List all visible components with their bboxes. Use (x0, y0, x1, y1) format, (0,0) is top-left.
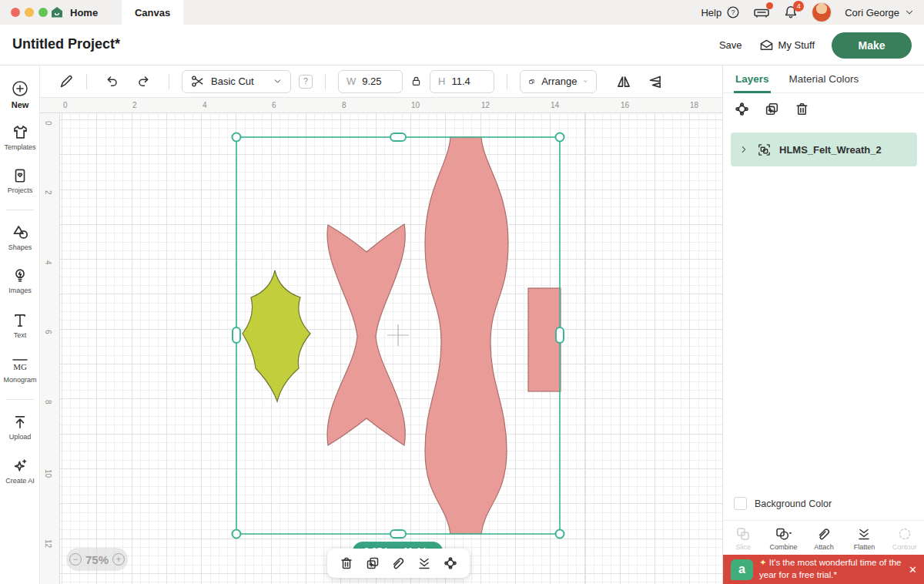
shape-wrap-strip[interactable] (425, 137, 508, 534)
selection-handle-top[interactable] (390, 133, 406, 141)
background-color-swatch[interactable] (734, 497, 747, 510)
flatten-button[interactable]: Flatten (844, 521, 884, 556)
slice-icon (735, 526, 751, 542)
toolbar-divider (169, 74, 169, 89)
sidebar-item-templates[interactable]: Templates (0, 123, 40, 151)
window-minimize-button[interactable] (25, 8, 34, 17)
tab-canvas[interactable]: Canvas (122, 0, 183, 25)
window-titlebar: Home Canvas Help ? 4 (0, 0, 924, 25)
window-close-button[interactable] (11, 8, 20, 17)
window-zoom-button[interactable] (38, 8, 48, 17)
contour-icon (897, 526, 912, 542)
combine-action-bar: Slice Combine Attach Flatten (723, 520, 924, 556)
width-field[interactable]: W 9.25 (338, 70, 403, 93)
selection-handle-left[interactable] (233, 327, 240, 343)
user-name: Cori George (845, 7, 899, 18)
operation-select[interactable]: Basic Cut (182, 70, 291, 93)
avatar[interactable] (812, 2, 832, 22)
redo-icon[interactable] (136, 74, 152, 89)
layers-panel: Layers Material Colors (722, 65, 924, 584)
sidebar-item-shapes[interactable]: Shapes (0, 223, 40, 251)
selection-handle-top-left[interactable] (233, 133, 241, 142)
toolbar-divider (507, 74, 507, 89)
lightbulb-icon (12, 267, 28, 284)
cricut-access-logo: a (731, 559, 753, 580)
home-icon (49, 5, 65, 20)
my-stuff-button[interactable]: My Stuff (759, 39, 815, 52)
monogram-icon: MG (11, 357, 29, 374)
flatten-icon[interactable] (417, 555, 432, 571)
sidebar-item-text[interactable]: Text (0, 312, 40, 339)
attach-icon (816, 526, 832, 542)
banner-close-button[interactable]: ✕ (909, 564, 917, 576)
sidebar-item-upload[interactable]: Upload (0, 414, 40, 441)
slice-button: Slice (723, 521, 763, 556)
design-shapes[interactable] (60, 113, 722, 584)
project-header: Untitled Project* Save My Stuff Make (0, 25, 924, 65)
account-menu[interactable]: Cori George (845, 7, 915, 18)
layer-name: HLMS_Felt_Wreath_2 (779, 144, 882, 156)
flip-vertical-icon[interactable] (646, 73, 663, 90)
chevron-down-icon (583, 76, 588, 86)
operation-help-button[interactable]: ? (299, 75, 313, 89)
flip-horizontal-icon[interactable] (615, 73, 632, 90)
chevron-right-icon[interactable] (738, 144, 749, 155)
group-layer-icon (757, 143, 772, 157)
sidebar-item-projects[interactable]: Projects (0, 167, 40, 194)
group-icon[interactable] (734, 101, 750, 117)
text-icon (12, 312, 28, 329)
zoom-in-button[interactable]: + (112, 553, 125, 566)
tab-home[interactable]: Home (49, 0, 98, 25)
flatten-icon (856, 526, 872, 542)
sidebar-item-monogram[interactable]: MG Monogram (0, 357, 40, 384)
machine-alert-badge (766, 2, 773, 9)
width-value: 9.25 (362, 76, 381, 87)
selection-handle-bottom-right[interactable] (556, 530, 564, 539)
design-sidebar: New Templates Projects Shapes Images Tex… (0, 65, 40, 584)
edit-pencil-icon[interactable] (59, 74, 74, 89)
project-card-icon (12, 167, 28, 184)
delete-icon[interactable] (339, 555, 354, 571)
contour-button: Contour (885, 521, 924, 556)
height-value: 11.4 (451, 76, 470, 87)
notifications-button[interactable]: 4 (783, 5, 798, 20)
attach-button[interactable]: Attach (804, 521, 844, 556)
tab-canvas-label: Canvas (135, 7, 170, 18)
weld-icon[interactable] (443, 555, 458, 571)
duplicate-icon[interactable] (365, 555, 380, 571)
zoom-level: 75% (85, 553, 109, 566)
help-button[interactable]: Help ? (701, 5, 740, 19)
selection-handle-right[interactable] (556, 327, 564, 343)
lock-icon[interactable] (410, 76, 422, 87)
combine-button[interactable]: Combine (763, 521, 803, 556)
make-button[interactable]: Make (832, 32, 912, 59)
ruler-vertical: 0 2 4 6 8 10 12 (40, 113, 60, 584)
delete-icon[interactable] (794, 101, 810, 117)
sidebar-item-new[interactable]: New (0, 79, 40, 109)
undo-icon[interactable] (104, 74, 119, 89)
arrange-menu[interactable]: Arrange (520, 70, 597, 93)
machines-button[interactable] (753, 5, 770, 20)
notification-count-badge: 4 (793, 1, 804, 12)
selection-handle-bottom-left[interactable] (233, 530, 241, 539)
zoom-out-button[interactable]: − (69, 553, 82, 566)
layer-row[interactable]: HLMS_Felt_Wreath_2 (731, 133, 917, 166)
chevron-down-icon (273, 76, 283, 86)
height-field[interactable]: H 11.4 (430, 70, 494, 93)
canvas-area: Basic Cut ? W 9.25 H 11.4 Arrange (40, 65, 722, 584)
tab-layers[interactable]: Layers (735, 65, 769, 93)
duplicate-icon[interactable] (764, 101, 780, 117)
tshirt-icon (12, 123, 29, 141)
sidebar-item-create-ai[interactable]: Create AI (0, 457, 40, 485)
attach-icon[interactable] (390, 555, 406, 571)
tab-material-colors[interactable]: Material Colors (789, 73, 859, 85)
promo-text: ✦ It's the most wonderful time of the ye… (759, 557, 902, 581)
sidebar-item-images[interactable]: Images (0, 267, 40, 294)
sparkles-icon (12, 457, 29, 475)
selection-handle-bottom[interactable] (390, 530, 406, 538)
canvas-viewport[interactable]: 0 2 4 6 8 10 12 14 16 18 0 2 4 6 8 10 12 (40, 98, 722, 584)
selection-handle-top-right[interactable] (556, 133, 564, 142)
background-color-row[interactable]: Background Color (734, 497, 832, 510)
shape-holly-leaf[interactable] (243, 270, 310, 401)
save-button[interactable]: Save (719, 39, 742, 51)
